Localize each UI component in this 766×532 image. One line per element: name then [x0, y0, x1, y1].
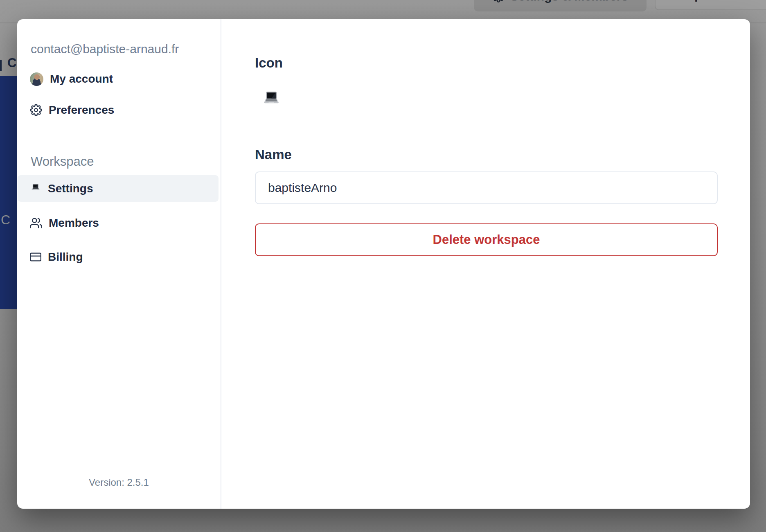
settings-members-label: Settings & Members	[510, 0, 628, 3]
sidebar-item-label: Members	[49, 216, 99, 230]
sidebar-item-label: Billing	[48, 250, 83, 264]
create-typebot-card-letter: C	[1, 212, 10, 228]
version-label: Version: 2.5.1	[17, 477, 221, 488]
sidebar-item-label: Settings	[48, 182, 93, 195]
clipped-icon-fragment	[0, 60, 2, 71]
users-icon	[30, 217, 42, 229]
sidebar-item-billing[interactable]: Billing	[30, 249, 221, 265]
gear-icon	[30, 104, 42, 116]
avatar	[30, 72, 43, 86]
workspace-name-input[interactable]	[255, 171, 718, 204]
workspace-settings-modal: contact@baptiste-arnaud.fr My account Pr…	[17, 19, 750, 509]
sidebar-item-preferences[interactable]: Preferences	[30, 102, 221, 118]
laptop-icon	[661, 0, 675, 2]
account-email: contact@baptiste-arnaud.fr	[31, 42, 221, 56]
name-section-label: Name	[255, 147, 718, 162]
settings-sidebar: contact@baptiste-arnaud.fr My account Pr…	[17, 19, 221, 509]
laptop-icon	[261, 90, 282, 111]
sidebar-item-my-account[interactable]: My account	[30, 71, 221, 87]
delete-workspace-button[interactable]: Delete workspace	[255, 223, 718, 256]
settings-members-button[interactable]: Settings & Members	[474, 0, 647, 11]
workspace-menu-button[interactable]: baptisteArno	[655, 0, 766, 10]
sidebar-item-label: My account	[50, 72, 113, 86]
workspace-menu-label: baptisteArno	[680, 0, 756, 2]
sidebar-item-members[interactable]: Members	[30, 215, 221, 231]
workspace-icon-button[interactable]	[261, 90, 282, 111]
workspace-settings-content: Icon Name Delete workspace	[221, 19, 750, 509]
credit-card-icon	[30, 251, 41, 263]
icon-section-label: Icon	[255, 55, 718, 71]
sidebar-item-settings[interactable]: Settings	[18, 175, 219, 202]
gear-icon	[492, 0, 505, 2]
workspace-section-header: Workspace	[31, 154, 221, 169]
laptop-icon	[30, 183, 41, 194]
create-typebot-card: C	[0, 76, 17, 309]
sidebar-item-label: Preferences	[49, 104, 114, 117]
